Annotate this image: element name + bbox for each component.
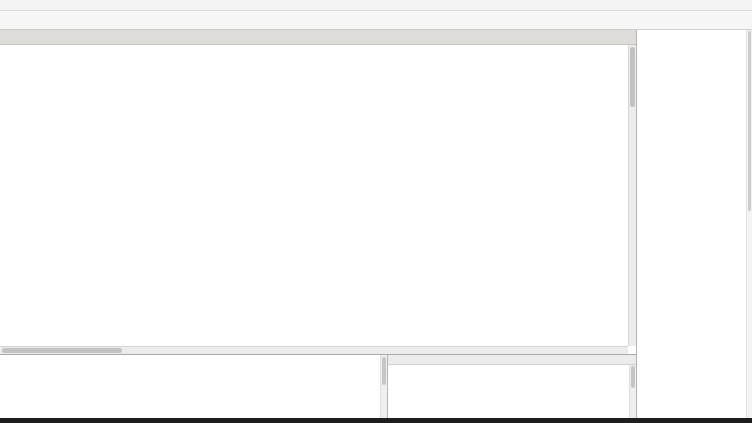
window-bottom-edge — [0, 418, 752, 423]
menubar — [0, 0, 752, 11]
bottom-panels — [0, 354, 636, 418]
console-log — [0, 355, 388, 418]
block-library — [637, 30, 752, 418]
variable-editor-scrollbar[interactable] — [629, 365, 636, 418]
variable-editor — [388, 355, 636, 418]
console-scrollbar[interactable] — [380, 355, 387, 418]
flowgraph-canvas[interactable] — [0, 45, 636, 354]
toolbar — [0, 11, 752, 30]
library-scrollbar[interactable] — [746, 30, 752, 418]
blocks-layer — [0, 45, 636, 354]
variable-editor-header — [388, 355, 636, 365]
canvas-vertical-scrollbar[interactable] — [628, 45, 636, 346]
workspace — [0, 30, 637, 418]
grc-window — [0, 0, 752, 423]
tab-bar — [0, 30, 636, 45]
canvas-horizontal-scrollbar[interactable] — [0, 346, 628, 354]
main-area — [0, 30, 752, 418]
